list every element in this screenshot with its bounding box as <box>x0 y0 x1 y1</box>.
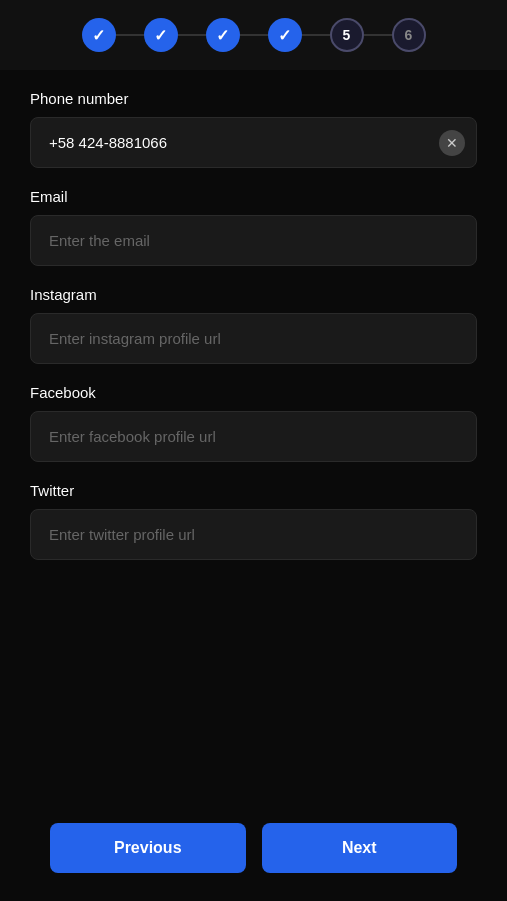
step-line-3 <box>240 34 268 36</box>
previous-button[interactable]: Previous <box>50 823 246 873</box>
step-line-2 <box>178 34 206 36</box>
step-line-4 <box>302 34 330 36</box>
instagram-wrapper <box>30 313 477 364</box>
step-1-icon: ✓ <box>92 26 105 45</box>
facebook-group: Facebook <box>30 384 477 462</box>
twitter-group: Twitter <box>30 482 477 560</box>
form: Phone number ✕ Email Instagram Facebook … <box>0 70 507 600</box>
twitter-wrapper <box>30 509 477 560</box>
phone-number-group: Phone number ✕ <box>30 90 477 168</box>
email-label: Email <box>30 188 477 205</box>
email-group: Email <box>30 188 477 266</box>
nav-buttons: Previous Next <box>0 807 507 901</box>
instagram-input[interactable] <box>30 313 477 364</box>
instagram-label: Instagram <box>30 286 477 303</box>
step-4-icon: ✓ <box>278 26 291 45</box>
step-6-label: 6 <box>405 27 413 43</box>
next-button[interactable]: Next <box>262 823 458 873</box>
stepper: ✓ ✓ ✓ ✓ 5 6 <box>0 0 507 70</box>
step-2[interactable]: ✓ <box>144 18 178 52</box>
instagram-group: Instagram <box>30 286 477 364</box>
facebook-wrapper <box>30 411 477 462</box>
phone-number-wrapper: ✕ <box>30 117 477 168</box>
email-wrapper <box>30 215 477 266</box>
step-2-icon: ✓ <box>154 26 167 45</box>
twitter-label: Twitter <box>30 482 477 499</box>
step-3-icon: ✓ <box>216 26 229 45</box>
step-5-label: 5 <box>343 27 351 43</box>
twitter-input[interactable] <box>30 509 477 560</box>
facebook-input[interactable] <box>30 411 477 462</box>
facebook-label: Facebook <box>30 384 477 401</box>
step-line-1 <box>116 34 144 36</box>
step-6[interactable]: 6 <box>392 18 426 52</box>
step-line-5 <box>364 34 392 36</box>
step-4[interactable]: ✓ <box>268 18 302 52</box>
email-input[interactable] <box>30 215 477 266</box>
phone-number-clear-button[interactable]: ✕ <box>439 130 465 156</box>
step-3[interactable]: ✓ <box>206 18 240 52</box>
step-5[interactable]: 5 <box>330 18 364 52</box>
phone-number-label: Phone number <box>30 90 477 107</box>
phone-number-input[interactable] <box>30 117 477 168</box>
step-1[interactable]: ✓ <box>82 18 116 52</box>
